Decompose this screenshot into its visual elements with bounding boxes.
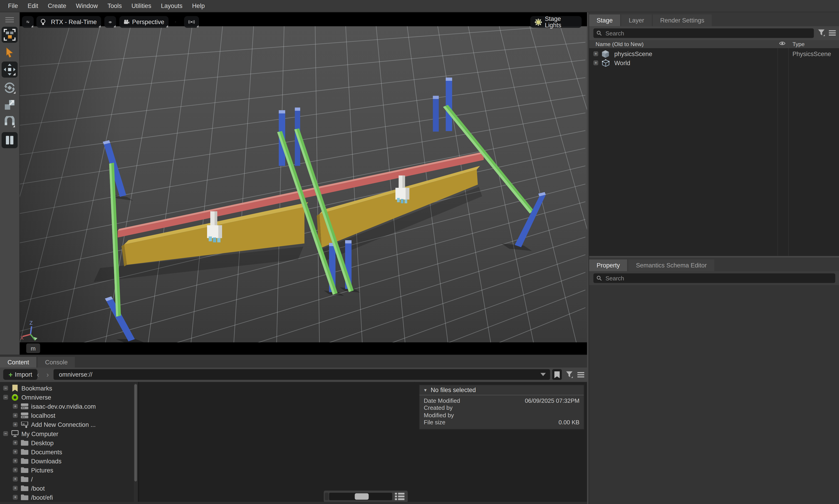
path-bar[interactable]	[54, 369, 550, 380]
stage-search-input[interactable]	[593, 29, 814, 38]
menu-edit[interactable]: Edit	[23, 3, 43, 9]
menu-file[interactable]: File	[3, 3, 23, 9]
stage-row-physicsscene[interactable]: + physicsScene PhysicsScene	[589, 49, 839, 58]
tree-item-root[interactable]: + /	[0, 474, 147, 484]
file-listing-area[interactable]: ▼ No files selected Date Modified06/09/2…	[139, 382, 587, 504]
expand-toggle[interactable]: +	[13, 458, 18, 463]
import-button[interactable]: + Import	[3, 369, 37, 380]
tab-property[interactable]: Property	[589, 259, 627, 271]
tree-item-bookmarks[interactable]: − Bookmarks	[0, 384, 137, 393]
back-button[interactable]: ‹	[34, 369, 42, 380]
tab-layer[interactable]: Layer	[621, 15, 652, 26]
tree-item-omniverse[interactable]: − Omniverse	[0, 393, 137, 402]
tree-item-boot[interactable]: + /boot	[0, 484, 147, 493]
expand-toggle[interactable]: +	[13, 495, 18, 500]
bookmark-button[interactable]	[552, 369, 562, 380]
tree-item-downloads[interactable]: + Downloads	[0, 456, 147, 465]
details-header[interactable]: ▼ No files selected	[420, 385, 584, 395]
tree-item-pictures[interactable]: + Pictures	[0, 465, 147, 474]
folder-icon	[20, 439, 29, 446]
expand-toggle[interactable]: +	[13, 486, 18, 491]
property-tab-bar: Property Semantics Schema Editor	[589, 257, 839, 271]
details-title: No files selected	[431, 387, 476, 393]
tree-item-localhost[interactable]: + localhost	[0, 411, 147, 420]
menu-tools[interactable]: Tools	[103, 3, 127, 9]
collapse-toggle[interactable]: −	[3, 386, 8, 391]
broadcast-button[interactable]	[184, 16, 199, 28]
tree-scrollbar[interactable]	[134, 383, 137, 503]
collapse-icon: ▼	[423, 388, 428, 392]
tree-item-isaac-dev[interactable]: + isaac-dev.ov.nvidia.com	[0, 402, 147, 411]
expand-toggle[interactable]: +	[13, 468, 18, 472]
collapse-toggle[interactable]: −	[3, 431, 8, 436]
expand-toggle[interactable]: +	[13, 449, 18, 454]
search-icon	[596, 31, 602, 36]
expand-toggle[interactable]: +	[593, 60, 598, 65]
snap-tool-button[interactable]	[2, 114, 18, 130]
scrollbar-thumb[interactable]	[134, 384, 137, 482]
stage-lights-button[interactable]: Stage Lights	[530, 16, 582, 28]
grid-view-icon[interactable]	[395, 493, 405, 500]
name-column-header[interactable]: Name (Old to New)	[595, 41, 644, 47]
stage-search-field[interactable]	[604, 30, 810, 37]
menu-layouts[interactable]: Layouts	[156, 3, 187, 9]
expand-toggle[interactable]: +	[13, 413, 18, 418]
rotate-tool-button[interactable]	[2, 80, 18, 96]
panel-splitter[interactable]	[589, 256, 839, 257]
property-search-input[interactable]	[593, 273, 835, 283]
select-mode-button[interactable]	[2, 27, 18, 43]
menu-create[interactable]: Create	[43, 3, 71, 9]
scale-tool-button[interactable]	[2, 97, 18, 113]
path-input[interactable]	[58, 371, 541, 378]
expand-toggle[interactable]: +	[593, 51, 598, 56]
visibility-column-icon[interactable]	[779, 41, 785, 46]
type-column-header[interactable]: Type	[792, 41, 805, 47]
tree-item-my-computer[interactable]: − My Computer	[0, 429, 137, 438]
visibility-button[interactable]	[104, 16, 116, 28]
stage-row-world[interactable]: + World	[589, 58, 839, 68]
forward-button[interactable]: ›	[44, 369, 51, 380]
cursor-select-button[interactable]	[2, 44, 18, 60]
viewport-3d-scene[interactable]: Z X	[20, 26, 587, 342]
expand-toggle[interactable]: +	[13, 440, 18, 445]
tree-item-add-new-connection[interactable]: + Add New Connection ...	[0, 420, 147, 429]
tab-stage[interactable]: Stage	[589, 15, 620, 26]
svg-text:Z: Z	[30, 320, 33, 326]
stage-filter-icon[interactable]	[818, 30, 825, 37]
folder-icon	[20, 467, 29, 473]
move-tool-button[interactable]	[2, 61, 18, 78]
tab-content[interactable]: Content	[0, 357, 37, 367]
toolbar-grip-icon[interactable]	[2, 15, 18, 24]
tab-render-settings[interactable]: Render Settings	[653, 15, 712, 26]
menu-help[interactable]: Help	[187, 3, 210, 9]
path-dropdown-icon[interactable]	[540, 373, 546, 376]
stage-options-icon[interactable]	[829, 30, 836, 36]
tab-console[interactable]: Console	[38, 357, 75, 367]
computer-icon	[11, 430, 19, 437]
units-selector[interactable]: m	[26, 343, 40, 353]
toolbar-expand-chevrons[interactable]	[171, 16, 180, 28]
camera-button[interactable]: Perspective	[119, 16, 168, 28]
lightbulb-icon	[41, 18, 46, 25]
tree-item-boot-efi[interactable]: + /boot/efi	[0, 493, 147, 502]
expand-toggle[interactable]: +	[13, 422, 18, 427]
renderer-button[interactable]: RTX - Real-Time	[36, 16, 101, 28]
viewport-settings-button[interactable]	[22, 16, 34, 28]
tree-item-documents[interactable]: + Documents	[0, 447, 147, 456]
menu-window[interactable]: Window	[71, 3, 103, 9]
content-filter-icon[interactable]	[565, 369, 574, 380]
property-search-field[interactable]	[604, 274, 832, 282]
thumbnail-size-slider[interactable]	[329, 493, 392, 500]
collapse-toggle[interactable]: −	[3, 395, 8, 400]
tab-semantics-schema-editor[interactable]: Semantics Schema Editor	[628, 259, 714, 271]
menu-utilities[interactable]: Utilities	[127, 3, 156, 9]
expand-toggle[interactable]: +	[13, 477, 18, 482]
expand-toggle[interactable]: +	[13, 404, 18, 409]
tree-item-desktop[interactable]: + Desktop	[0, 438, 147, 447]
viewport-settings-icon	[26, 19, 29, 25]
slider-handle[interactable]	[355, 493, 369, 500]
content-options-icon[interactable]	[576, 369, 585, 380]
pause-button[interactable]	[2, 132, 18, 148]
details-row-file-size: File size0.00 KB	[420, 419, 584, 426]
viewport[interactable]: Z X RTX - Real-Time	[20, 12, 587, 355]
